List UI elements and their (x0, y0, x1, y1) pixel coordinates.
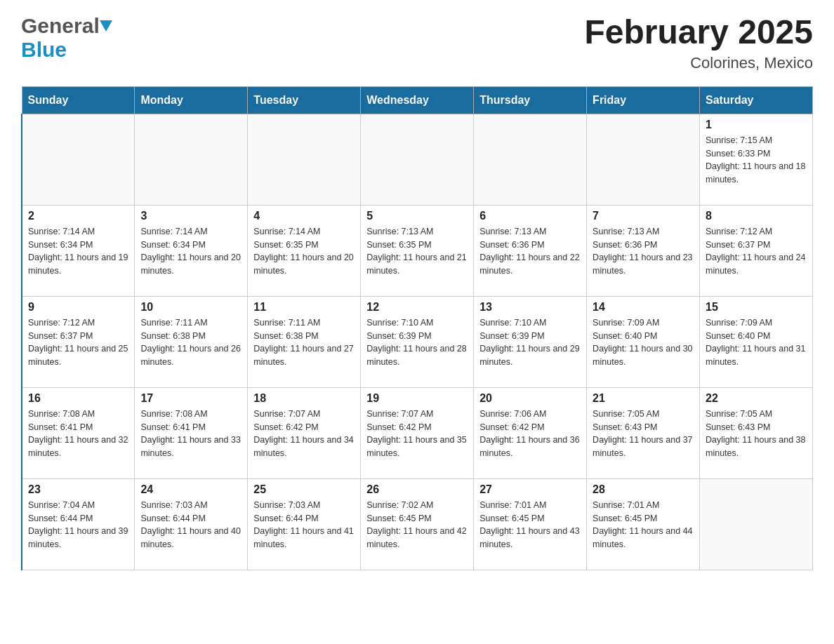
day-of-week-header: Monday (135, 86, 248, 114)
calendar-cell: 4Sunrise: 7:14 AMSunset: 6:35 PMDaylight… (248, 205, 361, 296)
calendar-cell: 23Sunrise: 7:04 AMSunset: 6:44 PMDayligh… (22, 478, 135, 570)
day-info: Sunrise: 7:08 AMSunset: 6:41 PMDaylight:… (140, 408, 241, 460)
calendar-cell (587, 114, 700, 205)
calendar-cell: 10Sunrise: 7:11 AMSunset: 6:38 PMDayligh… (135, 296, 248, 387)
calendar-week-row: 2Sunrise: 7:14 AMSunset: 6:34 PMDaylight… (22, 205, 813, 296)
day-number: 15 (706, 301, 807, 314)
calendar-cell: 1Sunrise: 7:15 AMSunset: 6:33 PMDaylight… (700, 114, 813, 205)
day-info: Sunrise: 7:10 AMSunset: 6:39 PMDaylight:… (366, 316, 468, 369)
day-number: 5 (366, 210, 468, 222)
day-of-week-header: Wednesday (361, 86, 474, 114)
day-info: Sunrise: 7:14 AMSunset: 6:35 PMDaylight:… (253, 225, 355, 278)
calendar-cell (361, 114, 474, 205)
calendar-cell: 22Sunrise: 7:05 AMSunset: 6:43 PMDayligh… (700, 387, 813, 478)
day-info: Sunrise: 7:03 AMSunset: 6:44 PMDaylight:… (253, 499, 355, 551)
calendar-week-row: 23Sunrise: 7:04 AMSunset: 6:44 PMDayligh… (22, 478, 813, 570)
calendar-cell (248, 114, 361, 205)
day-info: Sunrise: 7:02 AMSunset: 6:45 PMDaylight:… (366, 499, 468, 551)
day-number: 19 (366, 392, 468, 405)
day-info: Sunrise: 7:10 AMSunset: 6:39 PMDaylight:… (479, 316, 581, 369)
logo-blue-text: Blue (21, 38, 67, 61)
title-area: February 2025 Colorines, Mexico (584, 14, 813, 72)
day-info: Sunrise: 7:12 AMSunset: 6:37 PMDaylight:… (706, 225, 807, 278)
calendar-cell (700, 478, 813, 570)
calendar-cell: 3Sunrise: 7:14 AMSunset: 6:34 PMDaylight… (135, 205, 248, 296)
calendar-table: SundayMondayTuesdayWednesdayThursdayFrid… (21, 86, 813, 570)
day-info: Sunrise: 7:04 AMSunset: 6:44 PMDaylight:… (28, 499, 128, 551)
calendar-week-row: 1Sunrise: 7:15 AMSunset: 6:33 PMDaylight… (22, 114, 813, 205)
calendar-cell: 24Sunrise: 7:03 AMSunset: 6:44 PMDayligh… (135, 478, 248, 570)
day-number: 21 (593, 392, 694, 405)
logo-general-text: General (21, 14, 100, 38)
day-of-week-header: Thursday (474, 86, 587, 114)
day-of-week-header: Tuesday (248, 86, 361, 114)
day-number: 3 (140, 210, 241, 222)
calendar-cell: 5Sunrise: 7:13 AMSunset: 6:35 PMDaylight… (361, 205, 474, 296)
calendar-cell: 28Sunrise: 7:01 AMSunset: 6:45 PMDayligh… (587, 478, 700, 570)
calendar-cell: 11Sunrise: 7:11 AMSunset: 6:38 PMDayligh… (248, 296, 361, 387)
day-number: 16 (28, 392, 128, 405)
day-info: Sunrise: 7:05 AMSunset: 6:43 PMDaylight:… (706, 408, 807, 460)
calendar-cell (135, 114, 248, 205)
calendar-cell: 16Sunrise: 7:08 AMSunset: 6:41 PMDayligh… (22, 387, 135, 478)
day-number: 18 (253, 392, 355, 405)
day-number: 20 (479, 392, 581, 405)
calendar-cell: 9Sunrise: 7:12 AMSunset: 6:37 PMDaylight… (22, 296, 135, 387)
calendar-cell (474, 114, 587, 205)
day-info: Sunrise: 7:14 AMSunset: 6:34 PMDaylight:… (28, 225, 128, 278)
calendar-cell: 19Sunrise: 7:07 AMSunset: 6:42 PMDayligh… (361, 387, 474, 478)
day-number: 11 (253, 301, 355, 314)
day-info: Sunrise: 7:13 AMSunset: 6:36 PMDaylight:… (479, 225, 581, 278)
calendar-cell: 27Sunrise: 7:01 AMSunset: 6:45 PMDayligh… (474, 478, 587, 570)
day-info: Sunrise: 7:09 AMSunset: 6:40 PMDaylight:… (593, 316, 694, 369)
calendar-cell: 14Sunrise: 7:09 AMSunset: 6:40 PMDayligh… (587, 296, 700, 387)
day-info: Sunrise: 7:06 AMSunset: 6:42 PMDaylight:… (479, 408, 581, 460)
calendar-cell: 21Sunrise: 7:05 AMSunset: 6:43 PMDayligh… (587, 387, 700, 478)
calendar-header-row: SundayMondayTuesdayWednesdayThursdayFrid… (22, 86, 813, 114)
day-number: 9 (28, 301, 128, 314)
calendar-cell: 13Sunrise: 7:10 AMSunset: 6:39 PMDayligh… (474, 296, 587, 387)
day-number: 14 (593, 301, 694, 314)
day-info: Sunrise: 7:11 AMSunset: 6:38 PMDaylight:… (253, 316, 355, 369)
day-number: 24 (140, 483, 241, 496)
day-info: Sunrise: 7:09 AMSunset: 6:40 PMDaylight:… (706, 316, 807, 369)
calendar-cell: 15Sunrise: 7:09 AMSunset: 6:40 PMDayligh… (700, 296, 813, 387)
day-number: 6 (479, 210, 581, 222)
day-info: Sunrise: 7:07 AMSunset: 6:42 PMDaylight:… (253, 408, 355, 460)
location-text: Colorines, Mexico (584, 54, 813, 72)
calendar-cell (22, 114, 135, 205)
day-number: 23 (28, 483, 128, 496)
calendar-cell: 8Sunrise: 7:12 AMSunset: 6:37 PMDaylight… (700, 205, 813, 296)
day-number: 7 (593, 210, 694, 222)
day-number: 28 (593, 483, 694, 496)
calendar-week-row: 16Sunrise: 7:08 AMSunset: 6:41 PMDayligh… (22, 387, 813, 478)
day-of-week-header: Sunday (22, 86, 135, 114)
calendar-cell: 2Sunrise: 7:14 AMSunset: 6:34 PMDaylight… (22, 205, 135, 296)
day-info: Sunrise: 7:14 AMSunset: 6:34 PMDaylight:… (140, 225, 241, 278)
day-number: 12 (366, 301, 468, 314)
calendar-cell: 7Sunrise: 7:13 AMSunset: 6:36 PMDaylight… (587, 205, 700, 296)
day-number: 4 (253, 210, 355, 222)
day-info: Sunrise: 7:15 AMSunset: 6:33 PMDaylight:… (706, 134, 807, 187)
logo: General Blue (21, 14, 112, 62)
day-number: 2 (28, 210, 128, 222)
day-info: Sunrise: 7:12 AMSunset: 6:37 PMDaylight:… (28, 316, 128, 369)
logo-triangle-icon (100, 20, 112, 34)
day-number: 13 (479, 301, 581, 314)
calendar-cell: 20Sunrise: 7:06 AMSunset: 6:42 PMDayligh… (474, 387, 587, 478)
day-number: 27 (479, 483, 581, 496)
calendar-cell: 6Sunrise: 7:13 AMSunset: 6:36 PMDaylight… (474, 205, 587, 296)
day-info: Sunrise: 7:01 AMSunset: 6:45 PMDaylight:… (479, 499, 581, 551)
day-info: Sunrise: 7:13 AMSunset: 6:35 PMDaylight:… (366, 225, 468, 278)
day-of-week-header: Saturday (700, 86, 813, 114)
day-info: Sunrise: 7:03 AMSunset: 6:44 PMDaylight:… (140, 499, 241, 551)
day-info: Sunrise: 7:05 AMSunset: 6:43 PMDaylight:… (593, 408, 694, 460)
svg-marker-0 (100, 20, 112, 32)
day-number: 10 (140, 301, 241, 314)
month-title: February 2025 (584, 14, 813, 51)
page-header: General Blue February 2025 Colorines, Me… (21, 14, 813, 72)
day-info: Sunrise: 7:01 AMSunset: 6:45 PMDaylight:… (593, 499, 694, 551)
day-info: Sunrise: 7:07 AMSunset: 6:42 PMDaylight:… (366, 408, 468, 460)
day-info: Sunrise: 7:11 AMSunset: 6:38 PMDaylight:… (140, 316, 241, 369)
day-number: 26 (366, 483, 468, 496)
